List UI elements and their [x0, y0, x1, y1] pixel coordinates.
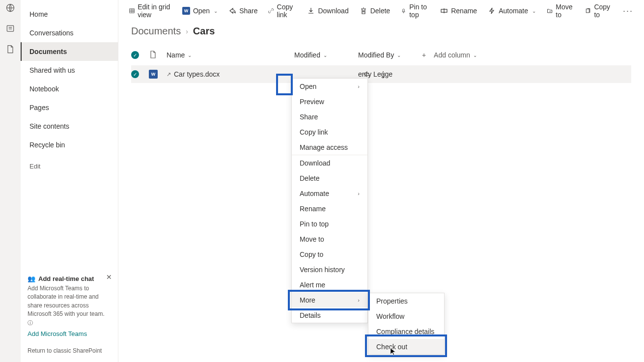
open-button[interactable]: WOpen⌄ [182, 7, 218, 15]
info-icon[interactable]: ⓘ [28, 320, 33, 326]
automate-button[interactable]: Automate⌄ [488, 7, 536, 15]
file-type-icon [149, 51, 167, 60]
svg-rect-4 [587, 9, 589, 13]
promo-desc: Add Microsoft Teams to collaborate in re… [28, 284, 111, 327]
add-column-button[interactable]: + Add column⌄ [422, 51, 631, 59]
ctx-pin[interactable]: Pin to top [292, 216, 367, 231]
ctx-version-history[interactable]: Version history [292, 262, 367, 277]
chevron-down-icon: ⌄ [323, 53, 327, 58]
column-name[interactable]: Name⌄ [167, 51, 294, 59]
column-modified-by[interactable]: Modified By⌄ [358, 51, 422, 59]
sidebar-item-documents[interactable]: Documents [21, 42, 118, 61]
more-submenu: Properties Workflow Compliance details C… [368, 293, 445, 355]
sidebar-item-recycle[interactable]: Recycle bin [21, 136, 118, 154]
row-checkbox[interactable] [131, 70, 139, 78]
delete-button[interactable]: Delete [360, 7, 390, 15]
breadcrumb-current: Cars [193, 26, 215, 37]
chevron-down-icon: ⌄ [397, 53, 401, 58]
sidebar: Home Conversations Documents Shared with… [21, 0, 118, 362]
ctx-move-to[interactable]: Move to [292, 231, 367, 247]
sub-check-out[interactable]: Check out [368, 339, 444, 354]
left-rail [0, 0, 21, 362]
select-all-checkbox[interactable] [131, 51, 139, 59]
copy-to-button[interactable]: Copy to [585, 3, 612, 19]
share-icon[interactable] [362, 70, 371, 79]
sub-workflow[interactable]: Workflow [368, 308, 444, 324]
edit-grid-view-button[interactable]: Edit in grid view [129, 3, 171, 19]
more-actions-icon[interactable]: ⋮ [378, 70, 388, 79]
command-bar: Edit in grid view WOpen⌄ Share Copy link… [118, 0, 644, 22]
chevron-right-icon: › [186, 28, 188, 35]
chevron-down-icon: ⌄ [214, 8, 218, 14]
add-teams-link[interactable]: Add Microsoft Teams [28, 330, 111, 337]
chevron-right-icon: › [358, 191, 360, 196]
sub-properties[interactable]: Properties [368, 293, 444, 308]
ctx-share[interactable]: Share [292, 109, 367, 124]
more-button[interactable]: ··· [623, 6, 633, 16]
rename-button[interactable]: Rename [440, 7, 477, 15]
chevron-down-icon: ⌄ [473, 53, 477, 58]
chevron-down-icon: ⌄ [532, 8, 536, 14]
word-document-icon: W [149, 70, 158, 79]
chevron-down-icon: ⌄ [188, 53, 192, 58]
teams-icon: 👥 [28, 275, 35, 282]
checkout-icon: ↗ [167, 71, 171, 78]
copy-link-button[interactable]: Copy link [268, 3, 296, 19]
sidebar-item-notebook[interactable]: Notebook [21, 80, 118, 98]
ctx-copy-link[interactable]: Copy link [292, 124, 367, 139]
sidebar-item-home[interactable]: Home [21, 5, 118, 24]
teams-promo: ✕ 👥Add real-time chat Add Microsoft Team… [28, 275, 111, 337]
chevron-right-icon: › [358, 297, 360, 303]
share-button[interactable]: Share [228, 7, 257, 15]
sidebar-item-conversations[interactable]: Conversations [21, 24, 118, 42]
ctx-alert-me[interactable]: Alert me [292, 277, 367, 292]
sidebar-edit-link[interactable]: Edit [21, 157, 118, 176]
sub-compliance[interactable]: Compliance details [368, 324, 444, 339]
sidebar-item-site-contents[interactable]: Site contents [21, 117, 118, 136]
file-icon[interactable] [5, 44, 15, 54]
file-name[interactable]: Car types.docx [174, 70, 220, 78]
ctx-copy-to[interactable]: Copy to [292, 247, 367, 262]
table-row[interactable]: W ↗Car types.docx enry Legge ⋮ [131, 65, 631, 83]
return-classic-link[interactable]: Return to classic SharePoint [28, 342, 111, 356]
word-icon: W [182, 7, 190, 15]
ctx-manage-access[interactable]: Manage access [292, 139, 367, 155]
ctx-delete[interactable]: Delete [292, 170, 367, 186]
ctx-preview[interactable]: Preview [292, 94, 367, 109]
list-header: Name⌄ Modified⌄ Modified By⌄ + Add colum… [131, 45, 631, 65]
news-icon[interactable] [5, 24, 15, 33]
breadcrumb: Documents › Cars [118, 22, 644, 45]
chevron-right-icon: › [358, 84, 360, 89]
ctx-more[interactable]: More› [292, 292, 367, 307]
svg-rect-1 [7, 26, 13, 31]
globe-icon[interactable] [5, 3, 15, 13]
file-context-menu: Open› Preview Share Copy link Manage acc… [291, 78, 368, 323]
sidebar-item-pages[interactable]: Pages [21, 98, 118, 117]
close-icon[interactable]: ✕ [106, 273, 112, 281]
svg-rect-2 [130, 9, 135, 13]
mouse-cursor [390, 347, 398, 356]
pin-button[interactable]: Pin to top [401, 3, 429, 19]
promo-title: Add real-time chat [38, 275, 94, 282]
download-button[interactable]: Download [307, 7, 348, 15]
ctx-rename[interactable]: Rename [292, 201, 367, 216]
sidebar-item-shared[interactable]: Shared with us [21, 61, 118, 80]
breadcrumb-documents[interactable]: Documents [131, 26, 181, 37]
ctx-open[interactable]: Open› [292, 79, 367, 94]
move-to-button[interactable]: Move to [547, 3, 574, 19]
ctx-details[interactable]: Details [292, 307, 367, 323]
column-modified[interactable]: Modified⌄ [294, 51, 358, 59]
ctx-download[interactable]: Download [292, 155, 367, 170]
ctx-automate[interactable]: Automate› [292, 186, 367, 201]
